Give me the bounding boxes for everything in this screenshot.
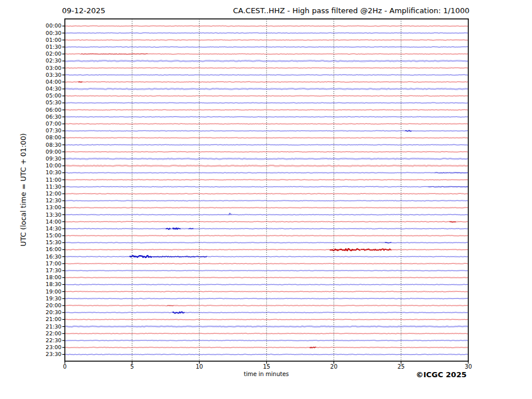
helicorder-screen: 09-12-2025 CA.CEST..HHZ - High pass filt…: [0, 0, 532, 399]
y-tick-label-21:30: 21:30: [0, 324, 61, 330]
x-tick-label-0: 0: [56, 363, 73, 370]
y-tick-label-02:30: 02:30: [0, 58, 61, 64]
x-tick-label-15: 15: [258, 363, 275, 370]
x-tick-label-10: 10: [191, 363, 208, 370]
y-tick-label-14:00: 14:00: [0, 219, 61, 225]
y-tick-label-09:30: 09:30: [0, 156, 61, 162]
x-tick-label-30: 30: [460, 363, 477, 370]
y-tick-label-21:00: 21:00: [0, 316, 61, 322]
y-tick-label-16:30: 16:30: [0, 254, 61, 260]
y-tick-label-00:30: 00:30: [0, 30, 61, 36]
y-tick-label-06:30: 06:30: [0, 114, 61, 120]
y-tick-label-07:30: 07:30: [0, 128, 61, 134]
event-04:00-1: [78, 81, 82, 82]
y-tick-label-04:00: 04:00: [0, 79, 61, 85]
y-tick-label-10:30: 10:30: [0, 170, 61, 175]
y-tick-labels: 00:0000:3001:0001:3002:0002:3003:0003:30…: [0, 0, 61, 399]
y-tick-label-19:00: 19:00: [0, 289, 61, 295]
y-tick-label-01:00: 01:00: [0, 37, 61, 43]
y-tick-label-12:00: 12:00: [0, 191, 61, 197]
helicorder-plot: [0, 0, 532, 399]
y-tick-label-11:30: 11:30: [0, 184, 61, 190]
event-14:30-7.5: [166, 228, 170, 229]
x-axis-label: time in minutes: [244, 371, 289, 377]
y-tick-label-00:00: 00:00: [0, 23, 61, 29]
x-tick-label-25: 25: [393, 363, 410, 370]
y-tick-label-05:30: 05:30: [0, 100, 61, 105]
y-tick-label-12:30: 12:30: [0, 198, 61, 204]
x-tick-label-5: 5: [123, 363, 141, 370]
y-tick-label-13:30: 13:30: [0, 212, 61, 218]
y-tick-label-02:00: 02:00: [0, 51, 61, 57]
y-tick-label-13:00: 13:00: [0, 205, 61, 210]
y-tick-label-15:30: 15:30: [0, 240, 61, 245]
y-tick-label-01:30: 01:30: [0, 44, 61, 50]
y-tick-label-18:00: 18:00: [0, 275, 61, 280]
y-tick-label-07:00: 07:00: [0, 121, 61, 127]
y-tick-label-22:30: 22:30: [0, 338, 61, 343]
trace-22:30: [65, 340, 468, 341]
x-tick-label-20: 20: [325, 363, 343, 370]
trace-20:00: [65, 306, 468, 306]
trace-01:30: [65, 46, 468, 47]
y-tick-label-19:30: 19:30: [0, 296, 61, 302]
y-tick-label-05:00: 05:00: [0, 93, 61, 99]
y-tick-label-17:30: 17:30: [0, 268, 61, 273]
y-tick-label-03:00: 03:00: [0, 65, 61, 71]
y-tick-label-22:00: 22:00: [0, 331, 61, 337]
y-tick-label-23:30: 23:30: [0, 351, 61, 357]
y-tick-label-18:30: 18:30: [0, 281, 61, 287]
y-tick-label-11:00: 11:00: [0, 177, 61, 183]
y-tick-label-06:00: 06:00: [0, 107, 61, 113]
y-tick-label-03:30: 03:30: [0, 72, 61, 78]
y-tick-label-20:00: 20:00: [0, 303, 61, 308]
plot-frame: [65, 19, 468, 361]
y-tick-label-15:00: 15:00: [0, 233, 61, 238]
y-tick-label-04:30: 04:30: [0, 86, 61, 92]
y-tick-label-23:00: 23:00: [0, 345, 61, 350]
y-tick-label-20:30: 20:30: [0, 310, 61, 315]
y-tick-label-08:30: 08:30: [0, 142, 61, 148]
copyright-label: ©ICGC 2025: [416, 370, 467, 379]
y-tick-label-14:30: 14:30: [0, 226, 61, 232]
y-tick-label-10:00: 10:00: [0, 163, 61, 169]
y-tick-label-08:00: 08:00: [0, 135, 61, 140]
y-tick-label-09:00: 09:00: [0, 149, 61, 155]
y-tick-label-16:00: 16:00: [0, 247, 61, 252]
y-tick-label-17:00: 17:00: [0, 261, 61, 267]
